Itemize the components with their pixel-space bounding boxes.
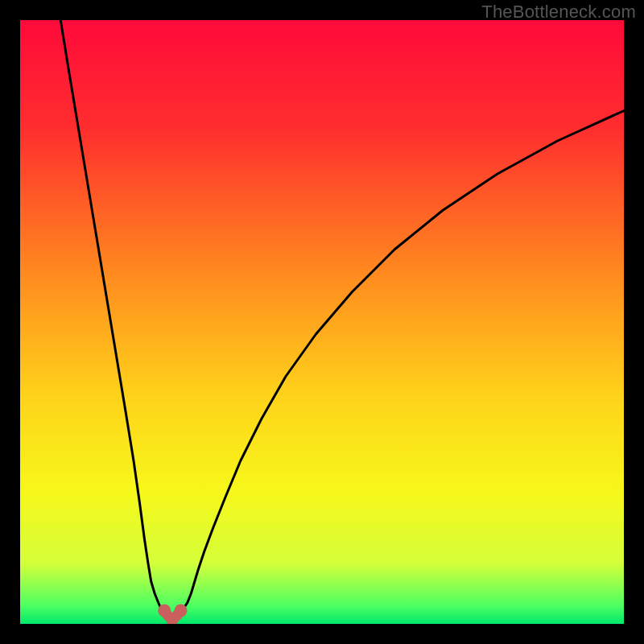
plot-area xyxy=(20,20,624,624)
chart-svg xyxy=(20,20,624,624)
watermark-text: TheBottleneck.com xyxy=(481,2,636,23)
chart-frame: TheBottleneck.com xyxy=(0,0,644,644)
